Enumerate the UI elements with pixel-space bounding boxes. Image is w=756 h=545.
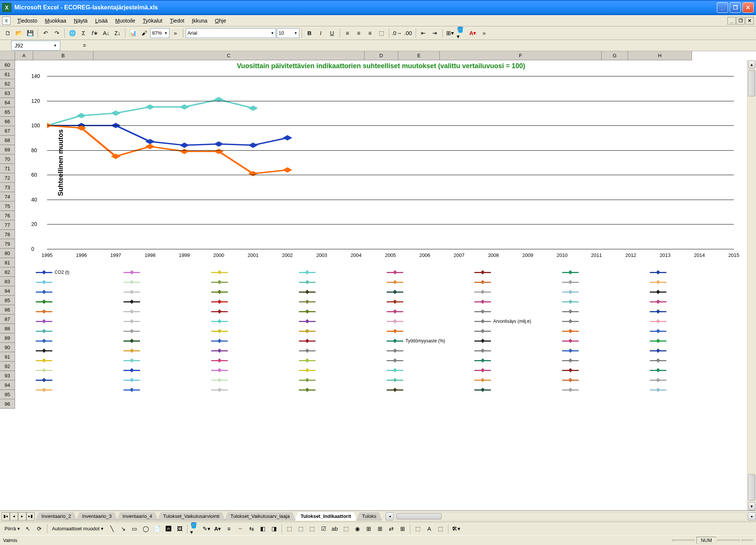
row-header-62[interactable]: 62 [0, 79, 15, 89]
function-button[interactable]: f∗ [90, 28, 100, 38]
row-header-88[interactable]: 88 [0, 324, 15, 333]
misc-tool-7[interactable]: ◉ [352, 524, 363, 534]
row-header-72[interactable]: 72 [0, 173, 15, 183]
row-header-81[interactable]: 81 [0, 258, 15, 267]
new-button[interactable]: 🗋 [2, 28, 13, 38]
hyperlink-button[interactable]: 🌐 [67, 28, 78, 38]
redo-button[interactable]: ↷ [52, 28, 62, 38]
row-header-89[interactable]: 89 [0, 333, 15, 343]
menu-ohje[interactable]: Ohje [211, 16, 230, 25]
increase-decimal-button[interactable]: .0→ [392, 28, 402, 38]
undo-button[interactable]: ↶ [40, 28, 51, 38]
decrease-decimal-button[interactable]: .00 [403, 28, 413, 38]
name-box[interactable]: J92▼ [11, 41, 60, 50]
drawing-button[interactable]: 🖌 [139, 28, 149, 38]
scroll-up-button[interactable]: ▲ [748, 60, 755, 69]
row-header-83[interactable]: 83 [0, 277, 15, 286]
tools-more-button[interactable]: 🛠▾ [451, 524, 461, 534]
misc-tool-11[interactable]: ⊞ [397, 524, 408, 534]
align-left-button[interactable]: ≡ [342, 28, 353, 38]
grid-content[interactable]: Vuosittain päivitettävien indikaattorien… [15, 60, 747, 510]
italic-button[interactable]: I [316, 28, 326, 38]
row-header-71[interactable]: 71 [0, 164, 15, 173]
hscroll-thumb[interactable] [396, 513, 442, 519]
align-center-button[interactable]: ≡ [354, 28, 364, 38]
underline-button[interactable]: U [327, 28, 337, 38]
select-all-corner[interactable] [0, 51, 15, 60]
row-header-69[interactable]: 69 [0, 145, 15, 154]
row-header-85[interactable]: 85 [0, 296, 15, 305]
row-header-93[interactable]: 93 [0, 371, 15, 380]
mdi-restore-button[interactable]: ❐ [736, 17, 745, 24]
font-color-draw-button[interactable]: A▾ [212, 524, 223, 534]
rectangle-button[interactable]: ▭ [129, 524, 140, 534]
row-header-73[interactable]: 73 [0, 183, 15, 192]
row-header-70[interactable]: 70 [0, 154, 15, 164]
menu-muotoile[interactable]: Muotoile [111, 16, 139, 25]
line-style-button[interactable]: ≡ [224, 524, 234, 534]
mdi-close-button[interactable]: ✕ [745, 17, 754, 24]
row-header-76[interactable]: 76 [0, 211, 15, 220]
row-header-78[interactable]: 78 [0, 230, 15, 239]
misc-tool-6[interactable]: ⬚ [341, 524, 351, 534]
minimize-button[interactable]: _ [717, 2, 728, 13]
bold-button[interactable]: B [304, 28, 315, 38]
textbox-button[interactable]: 📄 [152, 524, 162, 534]
tab-prev-button[interactable]: ◂ [10, 512, 18, 521]
row-header-60[interactable]: 60 [0, 60, 15, 70]
row-header-64[interactable]: 64 [0, 98, 15, 107]
row-header-87[interactable]: 87 [0, 314, 15, 324]
row-header-79[interactable]: 79 [0, 239, 15, 249]
misc-tool-10[interactable]: ⇄ [386, 524, 396, 534]
embedded-chart[interactable]: Vuosittain päivitettävien indikaattorien… [17, 58, 745, 484]
3d-button[interactable]: ◨ [269, 524, 279, 534]
misc-tool-8[interactable]: ⊞ [363, 524, 374, 534]
row-header-94[interactable]: 94 [0, 380, 15, 390]
mdi-minimize-button[interactable]: _ [727, 17, 736, 24]
open-button[interactable]: 📂 [14, 28, 24, 38]
toolbar-more-button[interactable]: » [170, 28, 181, 38]
horizontal-scrollbar[interactable] [395, 512, 746, 521]
scroll-thumb-lower[interactable] [748, 474, 755, 501]
worksheet-tab-Tulokset_Indikaattorit[interactable]: Tulokset_Indikaattorit [295, 512, 357, 521]
font-color-button[interactable]: A▾ [468, 28, 478, 38]
draw-menu[interactable]: Piirrä ▾ [2, 526, 22, 531]
misc-tool-1[interactable]: ⬚ [284, 524, 295, 534]
chart-wizard-button[interactable]: 📊 [128, 28, 138, 38]
fill-color-draw-button[interactable]: 🪣▾ [190, 524, 200, 534]
row-header-80[interactable]: 80 [0, 249, 15, 258]
tab-last-button[interactable]: ▸▮ [26, 512, 35, 521]
row-header-63[interactable]: 63 [0, 89, 15, 98]
oval-button[interactable]: ◯ [140, 524, 151, 534]
misc-tool-3[interactable]: ⬚ [307, 524, 317, 534]
borders-button[interactable]: ⊞▾ [445, 28, 456, 38]
line-button[interactable]: ╲ [107, 524, 117, 534]
font-combo[interactable]: Arial▼ [186, 28, 276, 38]
row-header-91[interactable]: 91 [0, 352, 15, 362]
sort-asc-button[interactable]: A↓ [101, 28, 111, 38]
menu-ikkuna[interactable]: Ikkuna [188, 16, 211, 25]
menu-tiedosto[interactable]: Tiedosto [14, 16, 41, 25]
autosum-button[interactable]: Σ [78, 28, 89, 38]
scroll-thumb[interactable] [748, 70, 755, 96]
menu-työkalut[interactable]: Työkalut [139, 16, 166, 25]
arrow-style-button[interactable]: ⇆ [246, 524, 257, 534]
menu-lisää[interactable]: Lisää [91, 16, 111, 25]
row-header-68[interactable]: 68 [0, 136, 15, 145]
select-objects-button[interactable]: ↖ [23, 524, 34, 534]
toolbar-more-button-2[interactable]: » [479, 28, 489, 38]
arrow-button[interactable]: ↘ [118, 524, 128, 534]
line-color-button[interactable]: ✎▾ [201, 524, 212, 534]
tab-first-button[interactable]: ▮◂ [2, 512, 10, 521]
tab-next-button[interactable]: ▸ [18, 512, 26, 521]
row-header-75[interactable]: 75 [0, 202, 15, 211]
row-header-82[interactable]: 82 [0, 267, 15, 277]
row-header-74[interactable]: 74 [0, 192, 15, 202]
misc-tool-4[interactable]: ☑ [318, 524, 329, 534]
menu-tiedot[interactable]: Tiedot [166, 16, 188, 25]
row-header-90[interactable]: 90 [0, 343, 15, 352]
dash-style-button[interactable]: ┈ [235, 524, 245, 534]
row-header-61[interactable]: 61 [0, 70, 15, 79]
row-header-66[interactable]: 66 [0, 117, 15, 126]
scroll-down-button[interactable]: ▼ [748, 502, 755, 510]
